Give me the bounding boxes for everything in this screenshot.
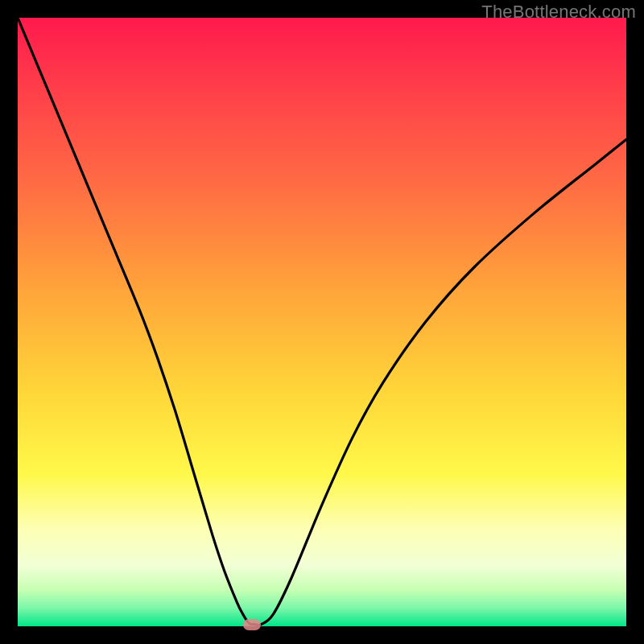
chart-frame: TheBottleneck.com xyxy=(0,0,644,644)
bottleneck-curve xyxy=(18,18,626,626)
optimum-marker xyxy=(243,619,261,630)
curve-path xyxy=(18,18,626,625)
plot-area xyxy=(18,18,626,626)
watermark-text: TheBottleneck.com xyxy=(481,2,636,23)
